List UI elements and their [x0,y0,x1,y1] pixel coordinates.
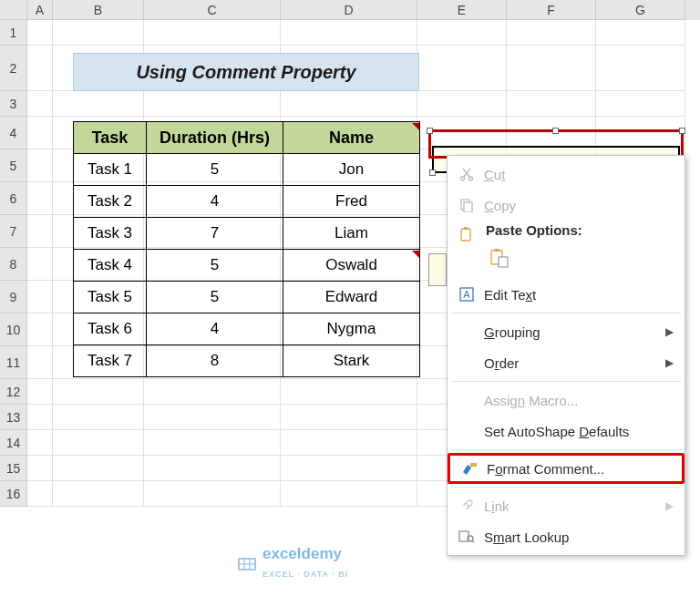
table-cell[interactable]: 5 [147,154,283,186]
cell[interactable] [27,182,53,215]
col-header-G[interactable]: G [596,0,685,20]
cell[interactable] [27,149,53,182]
cell[interactable] [27,248,53,281]
cell[interactable] [53,91,144,117]
cell[interactable] [27,215,53,248]
menu-grouping[interactable]: Grouping ▶ [448,316,685,347]
cell[interactable] [53,20,144,46]
cell[interactable] [27,313,53,346]
cell[interactable] [27,117,53,149]
table-cell[interactable]: 4 [147,186,283,218]
table-cell[interactable]: 4 [147,313,283,345]
cell[interactable] [27,281,53,313]
table-cell[interactable]: Jon [283,154,420,186]
cell[interactable] [507,20,596,46]
row-header[interactable]: 15 [0,456,27,481]
cell[interactable] [507,46,596,91]
cell[interactable] [144,20,281,46]
table-cell[interactable]: 8 [147,345,283,377]
cell[interactable] [417,91,507,117]
cell[interactable] [596,20,685,46]
cell[interactable] [144,456,281,481]
table-cell[interactable]: Task 1 [74,154,147,186]
table-cell[interactable]: Task 3 [74,218,147,250]
table-cell[interactable]: Task 4 [74,250,147,282]
cell[interactable] [144,91,281,117]
cell[interactable] [144,430,281,456]
cell[interactable] [27,405,53,430]
row-header[interactable]: 9 [0,281,27,313]
table-cell[interactable]: Liam [283,218,420,250]
row-header[interactable]: 6 [0,182,27,215]
row-header[interactable]: 8 [0,248,27,281]
col-header-A[interactable]: A [27,0,53,20]
cell[interactable] [281,430,417,456]
row-header[interactable]: 7 [0,215,27,248]
row-header[interactable]: 2 [0,46,27,91]
comment-indicator[interactable] [412,251,419,258]
table-cell[interactable]: Task 6 [74,313,147,345]
cell[interactable] [27,91,53,117]
cell[interactable] [27,456,53,481]
col-header-B[interactable]: B [53,0,144,20]
cell[interactable] [281,481,417,507]
cell[interactable] [27,379,53,405]
cell[interactable] [281,20,417,46]
cell[interactable] [281,405,417,430]
cell[interactable] [281,91,417,117]
cell[interactable] [53,379,144,405]
row-header[interactable]: 10 [0,313,27,346]
row-header[interactable]: 1 [0,20,27,46]
cell[interactable] [596,91,685,117]
table-cell[interactable]: 5 [147,250,283,282]
cell[interactable] [281,456,417,481]
col-header-C[interactable]: C [144,0,281,20]
row-header[interactable]: 12 [0,379,27,405]
menu-edit-text[interactable]: A Edit Text [448,279,685,310]
table-cell[interactable]: Task 7 [74,345,147,377]
cell[interactable] [144,405,281,430]
cell[interactable] [27,346,53,379]
col-header-F[interactable]: F [507,0,596,20]
row-header[interactable]: 13 [0,405,27,430]
row-header[interactable]: 3 [0,91,27,117]
menu-smart-lookup[interactable]: Smart Lookup [448,521,685,552]
menu-set-autoshape-defaults[interactable]: Set AutoShape Defaults [448,416,685,447]
cell[interactable] [596,46,685,91]
cell[interactable] [53,430,144,456]
cell[interactable] [27,20,53,46]
cell[interactable] [53,456,144,481]
cell[interactable] [27,481,53,507]
select-all-corner[interactable] [0,0,27,20]
table-cell[interactable]: Oswald [283,250,420,282]
cell[interactable] [27,46,53,91]
menu-format-comment[interactable]: Format Comment... [448,453,685,484]
table-cell[interactable]: Task 5 [74,282,147,313]
row-header[interactable]: 14 [0,430,27,456]
cell[interactable] [27,430,53,456]
col-header-D[interactable]: D [281,0,417,20]
table-cell[interactable]: Task 2 [74,186,147,218]
table-cell[interactable]: Nygma [283,313,420,345]
cell[interactable] [53,405,144,430]
row-header[interactable]: 4 [0,117,27,149]
table-cell[interactable]: Stark [283,345,420,377]
col-header-E[interactable]: E [417,0,507,20]
cell[interactable] [417,20,507,46]
row-header[interactable]: 5 [0,149,27,182]
row-header[interactable]: 11 [0,346,27,379]
menu-order[interactable]: Order ▶ [448,347,685,378]
comment-indicator[interactable] [412,123,419,130]
comment-box-partial[interactable] [428,253,447,286]
table-cell[interactable]: Edward [283,282,420,313]
cell[interactable] [144,379,281,405]
table-cell[interactable]: 5 [147,282,283,313]
cell[interactable] [53,481,144,507]
cell[interactable] [507,91,596,117]
cell[interactable] [281,379,417,405]
table-cell[interactable]: 7 [147,218,283,250]
paste-default-button[interactable] [486,244,513,272]
table-cell[interactable]: Fred [283,186,420,218]
cell[interactable] [144,481,281,507]
cell[interactable] [417,46,507,91]
